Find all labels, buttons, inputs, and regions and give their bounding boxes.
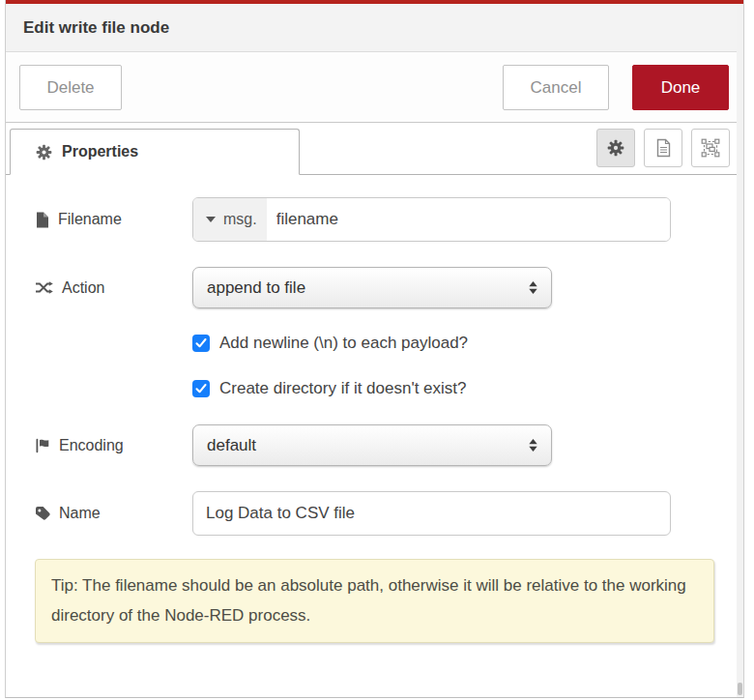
filename-input[interactable] bbox=[267, 198, 670, 241]
action-label: Action bbox=[62, 279, 104, 297]
dialog-header: Edit write file node bbox=[6, 4, 743, 52]
name-label-group: Name bbox=[35, 505, 192, 522]
shuffle-icon bbox=[35, 280, 53, 295]
document-icon bbox=[655, 138, 672, 158]
gear-icon bbox=[36, 144, 52, 160]
select-arrows-icon bbox=[528, 280, 538, 295]
checkmark-icon bbox=[195, 338, 207, 348]
name-row: Name bbox=[35, 491, 714, 536]
filename-label-group: Filename bbox=[35, 211, 192, 228]
mkdir-checkbox[interactable] bbox=[192, 380, 210, 397]
scrollbar-track[interactable] bbox=[737, 4, 743, 697]
gear-icon bbox=[607, 139, 624, 157]
filename-type-selector[interactable]: msg. bbox=[193, 198, 267, 241]
name-label: Name bbox=[59, 505, 101, 522]
delete-button[interactable]: Delete bbox=[19, 65, 122, 110]
encoding-label-group: Encoding bbox=[35, 437, 192, 454]
flag-icon bbox=[35, 438, 50, 453]
action-select[interactable]: append to file bbox=[192, 267, 552, 308]
edit-node-dialog: Edit write file node Delete Cancel Done bbox=[5, 0, 744, 698]
dialog-action-row: Delete Cancel Done bbox=[6, 52, 743, 123]
scrollbar-thumb[interactable] bbox=[738, 683, 742, 695]
newline-checkbox-row: Add newline (\n) to each payload? bbox=[192, 334, 714, 353]
settings-tab-button[interactable] bbox=[596, 129, 635, 167]
cancel-button[interactable]: Cancel bbox=[503, 65, 609, 110]
tag-icon bbox=[35, 506, 50, 521]
done-button[interactable]: Done bbox=[632, 65, 729, 110]
appearance-tab-button[interactable] bbox=[691, 129, 730, 167]
caret-down-icon bbox=[206, 217, 216, 222]
file-icon bbox=[35, 212, 49, 228]
tip-box: Tip: The filename should be an absolute … bbox=[35, 559, 714, 643]
editor-tab-bar: Properties bbox=[6, 123, 743, 175]
filename-row: Filename msg. bbox=[35, 197, 714, 242]
action-row: Action append to file bbox=[35, 267, 714, 308]
cancel-button-label: Cancel bbox=[531, 78, 582, 98]
filename-type-label: msg. bbox=[223, 211, 257, 228]
action-select-value: append to file bbox=[207, 278, 305, 298]
tip-text: Tip: The filename should be an absolute … bbox=[51, 576, 686, 625]
properties-form: Filename msg. bbox=[6, 175, 743, 643]
delete-button-label: Delete bbox=[46, 78, 94, 98]
name-input[interactable] bbox=[192, 491, 671, 536]
encoding-select-value: default bbox=[207, 436, 256, 455]
checkmark-icon bbox=[195, 384, 207, 394]
filename-typed-input: msg. bbox=[192, 197, 671, 242]
description-tab-button[interactable] bbox=[644, 129, 682, 167]
action-label-group: Action bbox=[35, 279, 192, 297]
mkdir-checkbox-row: Create directory if it doesn't exist? bbox=[192, 379, 714, 398]
encoding-label: Encoding bbox=[59, 437, 124, 454]
filename-label: Filename bbox=[58, 211, 122, 228]
object-group-icon bbox=[701, 138, 720, 158]
newline-checkbox[interactable] bbox=[192, 335, 210, 352]
encoding-row: Encoding default bbox=[35, 424, 714, 466]
select-arrows-icon bbox=[528, 438, 538, 452]
done-button-label: Done bbox=[661, 78, 701, 98]
tab-properties[interactable]: Properties bbox=[10, 129, 300, 175]
tab-properties-label: Properties bbox=[62, 143, 138, 160]
tab-toolbar bbox=[596, 129, 730, 167]
newline-checkbox-label[interactable]: Add newline (\n) to each payload? bbox=[219, 334, 468, 353]
encoding-select[interactable]: default bbox=[192, 424, 552, 466]
mkdir-checkbox-label[interactable]: Create directory if it doesn't exist? bbox=[219, 379, 467, 398]
dialog-title: Edit write file node bbox=[23, 18, 169, 37]
